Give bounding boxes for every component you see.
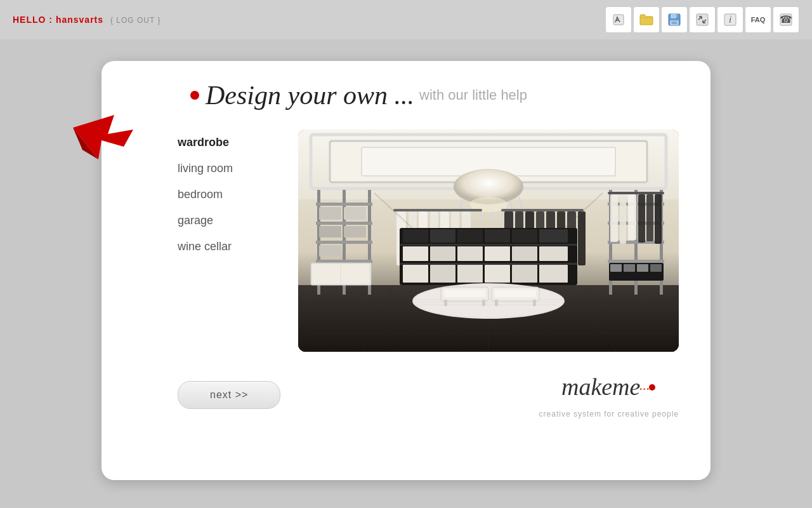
svg-rect-40: [316, 260, 372, 263]
svg-rect-101: [430, 265, 455, 283]
svg-rect-47: [312, 264, 340, 284]
svg-rect-68: [393, 209, 482, 211]
svg-text:...: ...: [639, 377, 650, 393]
next-button[interactable]: next >>: [178, 381, 280, 409]
svg-rect-56: [608, 192, 664, 194]
svg-rect-96: [457, 246, 483, 261]
svg-rect-45: [319, 245, 341, 257]
svg-rect-48: [341, 264, 369, 284]
card-body: wardrobe living room bedroom garage wine…: [178, 130, 679, 352]
svg-rect-92: [512, 229, 537, 243]
nav-item-wine-cellar[interactable]: wine cellar: [178, 240, 273, 253]
nav-item-bedroom[interactable]: bedroom: [178, 188, 273, 201]
svg-rect-98: [512, 246, 537, 261]
toolbar: i FAQ ☎: [605, 6, 799, 33]
hello-prefix: HELLO :: [13, 15, 56, 25]
logout-link[interactable]: { LOG OUT }: [110, 16, 160, 25]
svg-rect-44: [344, 226, 366, 237]
svg-rect-39: [316, 241, 372, 244]
hello-text: HELLO : hansvarts { LOG OUT }: [13, 15, 160, 25]
svg-rect-43: [319, 226, 341, 237]
svg-rect-64: [610, 264, 622, 272]
svg-rect-59: [628, 194, 636, 240]
svg-rect-99: [539, 246, 568, 261]
svg-text:make: make: [561, 373, 612, 400]
svg-rect-94: [403, 246, 428, 261]
svg-rect-118: [533, 300, 536, 306]
design-subtitle: with our little help: [419, 87, 527, 104]
svg-rect-113: [444, 300, 447, 306]
svg-rect-65: [624, 264, 635, 272]
svg-rect-114: [482, 300, 485, 306]
room-nav-list: wardrobe living room bedroom garage wine…: [178, 130, 273, 266]
top-bar: HELLO : hansvarts { LOG OUT }: [0, 0, 812, 39]
nav-item-wardrobe[interactable]: wardrobe: [178, 136, 273, 149]
nav-item-garage[interactable]: garage: [178, 214, 273, 227]
main-card: Design your own ... with our little help…: [102, 61, 710, 480]
svg-rect-86: [400, 244, 577, 246]
hello-section: HELLO : hansvarts { LOG OUT }: [13, 14, 160, 25]
info-button[interactable]: i: [717, 6, 743, 33]
svg-rect-5: [672, 22, 677, 24]
brand-section: make me ... creative system for creative…: [539, 371, 679, 418]
svg-rect-105: [539, 265, 568, 283]
room-image: [298, 130, 679, 352]
svg-rect-90: [457, 229, 483, 243]
svg-rect-6: [697, 14, 708, 25]
svg-rect-66: [637, 264, 648, 272]
save-button[interactable]: [661, 6, 688, 33]
svg-rect-89: [430, 229, 455, 243]
nav-item-living-room[interactable]: living room: [178, 162, 273, 175]
svg-rect-87: [400, 263, 577, 265]
svg-rect-38: [316, 222, 372, 225]
folder-button[interactable]: [633, 6, 660, 33]
svg-rect-57: [610, 194, 618, 242]
svg-rect-93: [539, 229, 568, 243]
svg-rect-37: [316, 203, 372, 206]
svg-rect-67: [650, 264, 662, 272]
svg-rect-2: [671, 14, 676, 18]
svg-rect-60: [638, 194, 645, 243]
card-header: Design your own ... with our little help: [190, 80, 679, 110]
brand-logo: make me ...: [539, 371, 679, 408]
phone-button[interactable]: ☎: [773, 6, 799, 33]
svg-rect-104: [512, 265, 537, 283]
svg-marker-11: [73, 115, 133, 159]
svg-rect-62: [655, 194, 662, 244]
svg-rect-61: [646, 194, 653, 241]
svg-point-124: [649, 384, 655, 391]
svg-rect-103: [485, 265, 510, 283]
svg-rect-3: [676, 14, 678, 17]
svg-rect-84: [578, 211, 586, 265]
svg-text:me: me: [612, 373, 640, 400]
svg-rect-42: [344, 207, 366, 220]
resize-button[interactable]: [689, 6, 716, 33]
svg-rect-88: [403, 229, 428, 243]
main-area: Design your own ... with our little help…: [0, 39, 812, 508]
svg-rect-95: [430, 246, 455, 261]
faq-button[interactable]: FAQ: [745, 6, 771, 33]
svg-rect-100: [403, 265, 428, 283]
svg-rect-55: [608, 260, 664, 263]
svg-rect-41: [319, 207, 341, 220]
svg-rect-97: [485, 246, 510, 261]
faq-label: FAQ: [751, 16, 766, 23]
svg-rect-91: [485, 229, 510, 243]
svg-rect-76: [501, 209, 584, 211]
username: hansvarts: [56, 15, 103, 25]
svg-rect-102: [457, 265, 483, 283]
brand-tagline: creative system for creative people: [539, 410, 679, 418]
card-footer: next >> make me ... creative system for …: [178, 371, 679, 418]
svg-rect-112: [444, 290, 485, 297]
svg-text:☎: ☎: [780, 14, 792, 25]
edit-button[interactable]: [605, 6, 632, 33]
red-dot: [190, 91, 199, 100]
svg-rect-117: [495, 300, 498, 306]
design-title: Design your own ...: [206, 80, 414, 110]
svg-rect-58: [620, 194, 626, 244]
svg-rect-116: [495, 290, 536, 297]
